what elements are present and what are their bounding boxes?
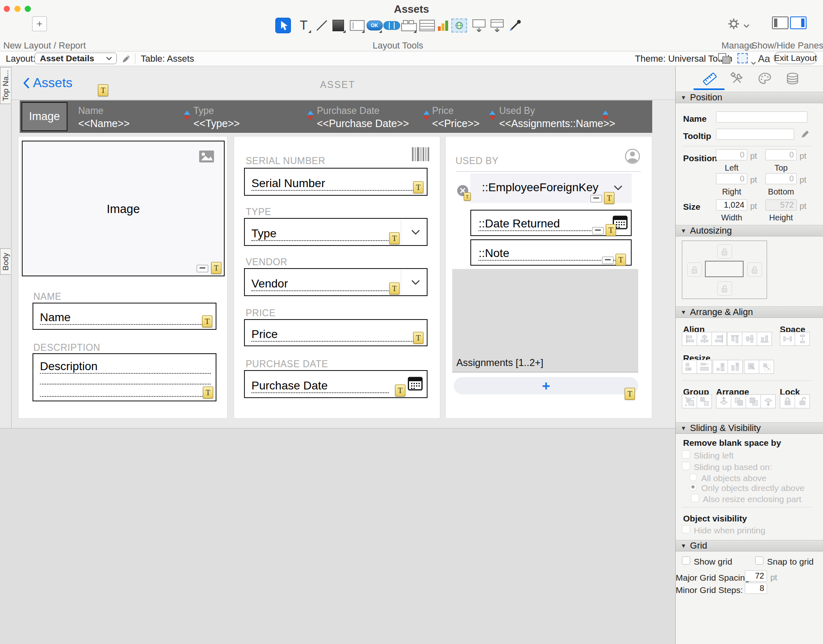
edit-layout-pencil-icon[interactable] (121, 53, 132, 67)
sort-icon[interactable] (184, 110, 191, 121)
align-center-button[interactable] (697, 332, 712, 346)
position-section-header[interactable]: ▼Position (676, 92, 823, 103)
portal-tool[interactable] (418, 16, 436, 35)
new-layout-button[interactable]: New Layout / Report (3, 40, 78, 51)
button-bar-tool[interactable] (383, 16, 401, 35)
rectangle-tool[interactable] (329, 16, 347, 35)
layout-select[interactable]: Asset Details (35, 53, 117, 64)
exit-layout-button[interactable]: Exit Layout (774, 52, 817, 64)
selection-tool[interactable] (274, 16, 292, 35)
position-left-input[interactable] (716, 149, 747, 160)
send-backward-button[interactable] (746, 394, 761, 408)
text-tool[interactable]: T (295, 16, 313, 35)
show-grid-checkbox[interactable] (682, 556, 690, 565)
position-bottom-input[interactable] (765, 173, 797, 184)
price-field[interactable]: Price T (244, 319, 428, 346)
bring-to-front-button[interactable] (716, 394, 731, 408)
chart-tool[interactable] (434, 16, 452, 35)
also-resize-checkbox[interactable] (691, 494, 699, 502)
description-field[interactable]: Description T (33, 353, 216, 401)
autosizing-section-header[interactable]: ▼Autosizing (676, 225, 823, 236)
align-top-button[interactable] (727, 332, 742, 346)
tooltip-input[interactable] (716, 129, 794, 140)
major-grid-spacing-input[interactable] (745, 570, 767, 581)
autosize-right-anchor[interactable] (747, 262, 762, 277)
header-image-cell[interactable]: Image (21, 102, 67, 131)
part-label-body[interactable]: Body (0, 248, 11, 275)
hide-when-printing-checkbox[interactable] (682, 525, 690, 533)
unlock-button[interactable] (795, 394, 810, 408)
popover-tool[interactable] (470, 16, 488, 35)
selection-style-icon[interactable] (737, 53, 748, 63)
ungroup-button[interactable] (697, 394, 712, 408)
resize-width-largest-button[interactable] (697, 360, 712, 374)
size-width-input[interactable] (716, 199, 747, 211)
space-horizontal-button[interactable] (780, 332, 795, 346)
web-viewer-tool[interactable] (450, 16, 468, 35)
serial-number-field[interactable]: Serial Number T (244, 168, 428, 196)
space-vertical-button[interactable] (795, 332, 810, 346)
text-format-icon[interactable]: Aa (758, 53, 770, 65)
slide-control-tool[interactable] (488, 16, 506, 35)
purchase-date-field[interactable]: Purchase Date T (244, 370, 428, 398)
add-assignment-button[interactable]: + T (454, 377, 638, 394)
line-tool[interactable] (313, 16, 331, 35)
sort-icon[interactable] (602, 110, 609, 121)
date-returned-field[interactable]: ::Date Returned T (470, 210, 632, 236)
sort-icon[interactable] (307, 110, 314, 121)
vendor-dropdown-field[interactable]: Vendor T (244, 268, 428, 296)
inspector-tab-position[interactable] (701, 70, 719, 88)
name-field[interactable]: Name T (33, 303, 216, 330)
lock-button[interactable] (780, 394, 795, 408)
inspector-tab-styles[interactable] (728, 70, 746, 88)
image-container-field[interactable]: Image T (22, 141, 225, 276)
sliding-left-checkbox[interactable] (682, 450, 690, 459)
align-bottom-button[interactable] (757, 332, 772, 346)
align-right-button[interactable] (711, 332, 727, 346)
type-dropdown-field[interactable]: Type T (244, 218, 428, 246)
manage-button[interactable] (728, 17, 742, 32)
align-left-button[interactable] (682, 332, 697, 346)
grid-section-header[interactable]: ▼Grid (676, 540, 823, 551)
field-tool[interactable] (348, 16, 366, 35)
autosize-bottom-anchor[interactable] (717, 281, 732, 296)
sliding-visibility-section-header[interactable]: ▼Sliding & Visibility (676, 422, 823, 434)
bring-forward-button[interactable] (731, 394, 746, 408)
resize-width-smallest-button[interactable] (682, 360, 697, 374)
resize-both-largest-button[interactable] (759, 360, 774, 374)
object-name-input[interactable] (716, 111, 807, 123)
manage-chevron-icon[interactable] (743, 22, 750, 30)
toggle-right-pane-button[interactable] (790, 16, 807, 29)
group-button[interactable] (682, 394, 697, 408)
send-to-back-button[interactable] (760, 394, 776, 408)
only-objects-radio[interactable] (689, 483, 697, 491)
note-field[interactable]: ::Note T (470, 239, 632, 266)
tab-control-tool[interactable] (400, 16, 418, 35)
resize-height-largest-button[interactable] (728, 360, 743, 374)
new-layout-icon[interactable]: + (32, 16, 47, 31)
tooltip-pencil-icon[interactable] (800, 129, 811, 139)
theme-swatches-icon[interactable] (718, 53, 731, 67)
inspector-tab-data[interactable] (783, 70, 802, 88)
autosize-top-anchor[interactable] (717, 244, 732, 259)
sort-icon[interactable] (489, 110, 496, 121)
all-objects-radio[interactable] (689, 473, 697, 481)
toggle-left-pane-button[interactable] (772, 16, 788, 29)
button-tool[interactable]: OK (365, 16, 384, 35)
position-right-input[interactable] (716, 173, 747, 184)
minor-grid-steps-input[interactable] (745, 583, 767, 594)
eyedropper-tool[interactable] (506, 16, 524, 35)
arrange-align-section-header[interactable]: ▼Arrange & Align (676, 306, 823, 318)
snap-to-grid-checkbox[interactable] (755, 556, 763, 565)
position-top-input[interactable] (765, 149, 797, 160)
size-height-input[interactable] (765, 199, 797, 211)
inspector-tab-appearance[interactable] (756, 70, 774, 88)
assignments-portal[interactable]: Assignments [1..2+] (452, 269, 638, 373)
sliding-up-checkbox[interactable] (682, 462, 690, 470)
resize-height-smallest-button[interactable] (713, 360, 728, 374)
list-header-row[interactable]: Image Name <<Name>> Type <<Type>> Purcha… (20, 100, 652, 133)
employee-dropdown-field[interactable]: ::EmployeeForeignKey T (470, 174, 632, 203)
resize-both-smallest-button[interactable] (744, 360, 759, 374)
sort-icon[interactable] (423, 110, 430, 121)
align-middle-button[interactable] (742, 332, 757, 346)
